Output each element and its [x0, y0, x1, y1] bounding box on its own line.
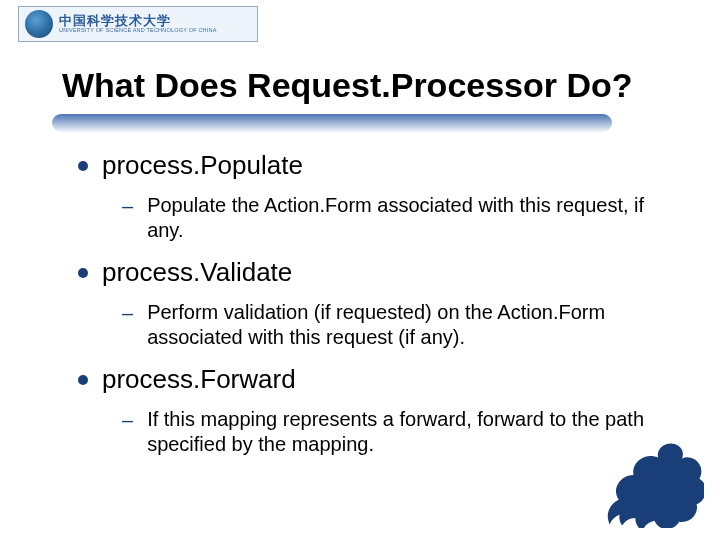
slide-title: What Does Request.Processor Do?	[62, 66, 633, 105]
list-item: process.Validate – Perform validation (i…	[78, 257, 670, 350]
sub-item: – Perform validation (if requested) on t…	[122, 300, 670, 350]
sub-text: Perform validation (if requested) on the…	[147, 300, 670, 350]
list-item: process.Forward – If this mapping repres…	[78, 364, 670, 457]
item-label: process.Populate	[102, 150, 303, 181]
logo-text: 中国科学技术大学 UNIVERSITY OF SCIENCE AND TECHN…	[59, 14, 217, 33]
sub-item: – If this mapping represents a forward, …	[122, 407, 670, 457]
logo-english: UNIVERSITY OF SCIENCE AND TECHNOLOGY OF …	[59, 28, 217, 34]
sub-text: If this mapping represents a forward, fo…	[147, 407, 670, 457]
item-label: process.Validate	[102, 257, 292, 288]
content-area: process.Populate – Populate the Action.F…	[78, 150, 670, 471]
bullet-icon	[78, 268, 88, 278]
logo-chinese: 中国科学技术大学	[59, 14, 217, 28]
item-head: process.Populate	[78, 150, 670, 181]
item-head: process.Validate	[78, 257, 670, 288]
item-head: process.Forward	[78, 364, 670, 395]
sub-item: – Populate the Action.Form associated wi…	[122, 193, 670, 243]
sub-text: Populate the Action.Form associated with…	[147, 193, 670, 243]
dash-icon: –	[122, 408, 133, 433]
dragon-icon	[594, 433, 704, 528]
dash-icon: –	[122, 194, 133, 219]
bullet-icon	[78, 375, 88, 385]
title-underline	[52, 114, 612, 132]
university-logo: 中国科学技术大学 UNIVERSITY OF SCIENCE AND TECHN…	[18, 6, 258, 42]
logo-seal-icon	[25, 10, 53, 38]
bullet-icon	[78, 161, 88, 171]
dash-icon: –	[122, 301, 133, 326]
item-label: process.Forward	[102, 364, 296, 395]
list-item: process.Populate – Populate the Action.F…	[78, 150, 670, 243]
